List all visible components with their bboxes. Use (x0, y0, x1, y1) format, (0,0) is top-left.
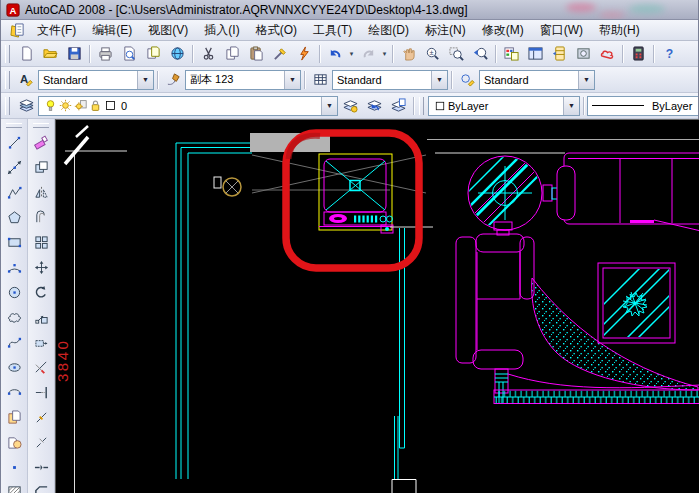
toolbar-grip[interactable] (5, 71, 10, 89)
chevron-down-icon[interactable]: ▼ (431, 71, 447, 89)
redo-menu-arrow[interactable]: ▾ (380, 50, 389, 58)
circle-button[interactable] (2, 280, 27, 305)
toolbar-grip[interactable] (5, 45, 10, 63)
zoom-previous-button[interactable] (468, 42, 492, 66)
match-properties-button[interactable] (268, 42, 292, 66)
rotate-button[interactable] (29, 280, 54, 305)
spline-button[interactable] (2, 330, 27, 355)
properties-button[interactable] (499, 42, 523, 66)
revision-cloud-button[interactable] (2, 305, 27, 330)
move-button[interactable] (29, 255, 54, 280)
dim-style-select[interactable]: 副本 123▼ (185, 70, 301, 90)
menu-file[interactable]: 文件(F) (29, 21, 84, 39)
toolbar-grip[interactable] (33, 123, 49, 128)
wall-switch-symbol[interactable] (214, 177, 221, 188)
chevron-down-icon[interactable]: ▼ (563, 97, 579, 115)
polyline-button[interactable] (2, 180, 27, 205)
menu-view[interactable]: 视图(V) (140, 21, 196, 39)
mleader-style-select[interactable]: Standard▼ (479, 70, 595, 90)
insert-block-button[interactable] (2, 405, 27, 430)
join-button[interactable] (29, 455, 54, 480)
redo-button[interactable] (356, 42, 380, 66)
table-connector[interactable] (543, 185, 552, 201)
trim-button[interactable] (29, 355, 54, 380)
menu-insert[interactable]: 插入(I) (196, 21, 247, 39)
column-bottom[interactable] (392, 480, 416, 493)
menu-tools[interactable]: 工具(T) (305, 21, 360, 39)
menu-edit[interactable]: 编辑(E) (84, 21, 140, 39)
menu-window[interactable]: 窗口(W) (532, 21, 591, 39)
sofa[interactable] (557, 153, 699, 231)
menu-help[interactable]: 帮助(H) (591, 21, 648, 39)
chevron-down-icon[interactable]: ▼ (137, 71, 153, 89)
pan-button[interactable] (396, 42, 420, 66)
copy-button[interactable] (220, 42, 244, 66)
wall-left[interactable] (176, 143, 252, 479)
array-button[interactable] (29, 230, 54, 255)
layer-previous-button[interactable] (362, 94, 386, 118)
layer-manager-button[interactable] (14, 94, 38, 118)
round-table[interactable] (458, 138, 550, 234)
chevron-down-icon[interactable]: ▼ (578, 71, 594, 89)
table-style-button[interactable] (308, 68, 332, 92)
ellipse-arc-button[interactable] (2, 380, 27, 405)
designcenter-button[interactable] (523, 42, 547, 66)
open-file-button[interactable] (38, 42, 62, 66)
publish-button[interactable] (141, 42, 165, 66)
help-button[interactable]: ? (657, 42, 681, 66)
stipple-sweep[interactable] (532, 278, 698, 390)
make-block-button[interactable] (2, 430, 27, 455)
toolbar-grip[interactable] (5, 97, 10, 115)
paste-button[interactable] (244, 42, 268, 66)
text-style-button[interactable]: A (14, 68, 38, 92)
toolbar-grip[interactable] (6, 123, 22, 128)
chevron-down-icon[interactable]: ▼ (284, 71, 300, 89)
layer-make-current-button[interactable] (338, 94, 362, 118)
linetype-control[interactable]: ByLayer (587, 96, 698, 116)
drawing-viewport[interactable]: 3840 (56, 120, 699, 493)
layer-states-button[interactable] (386, 94, 410, 118)
menu-modify[interactable]: 修改(M) (474, 21, 532, 39)
dimension-3840[interactable]: 3840 (56, 126, 127, 493)
save-button[interactable] (62, 42, 86, 66)
polygon-button[interactable] (2, 205, 27, 230)
stretch-button[interactable] (29, 330, 54, 355)
extend-button[interactable] (29, 380, 54, 405)
layer-select[interactable]: 0▼ (38, 96, 338, 116)
point-button[interactable] (2, 455, 27, 480)
quickcalc-button[interactable] (626, 42, 650, 66)
tool-palettes-button[interactable] (547, 42, 571, 66)
dim-style-button[interactable] (161, 68, 185, 92)
plot-button[interactable] (93, 42, 117, 66)
baseboard[interactable] (494, 390, 699, 404)
chamfer-button[interactable] (29, 480, 54, 493)
circle-cross-symbol[interactable] (223, 178, 241, 196)
tv-block[interactable] (319, 154, 393, 233)
drawing-canvas[interactable]: 3840 (55, 119, 699, 493)
armchair[interactable] (456, 222, 534, 403)
erase-button[interactable] (29, 130, 54, 155)
plot-preview-button[interactable] (117, 42, 141, 66)
chevron-down-icon[interactable]: ▼ (321, 97, 337, 115)
hatch-button[interactable] (2, 480, 27, 493)
menu-draw[interactable]: 绘图(D) (360, 21, 417, 39)
text-style-select[interactable]: Standard▼ (38, 70, 154, 90)
mirror-button[interactable] (29, 180, 54, 205)
arc-button[interactable] (2, 255, 27, 280)
construction-line-button[interactable] (2, 155, 27, 180)
undo-button[interactable] (323, 42, 347, 66)
table-style-select[interactable]: Standard▼ (332, 70, 448, 90)
cut-button[interactable] (196, 42, 220, 66)
sheetset-manager-button[interactable] (571, 42, 595, 66)
break-at-point-button[interactable] (29, 405, 54, 430)
block-editor-button[interactable] (292, 42, 316, 66)
new-file-button[interactable] (14, 42, 38, 66)
zoom-window-button[interactable] (444, 42, 468, 66)
color-control[interactable]: ByLayer▼ (428, 96, 580, 116)
menu-dimension[interactable]: 标注(N) (417, 21, 474, 39)
rectangle-button[interactable] (2, 230, 27, 255)
toolbar-grip[interactable] (419, 97, 424, 115)
scale-button[interactable] (29, 305, 54, 330)
copy-object-button[interactable] (29, 155, 54, 180)
undo-menu-arrow[interactable]: ▾ (347, 50, 356, 58)
